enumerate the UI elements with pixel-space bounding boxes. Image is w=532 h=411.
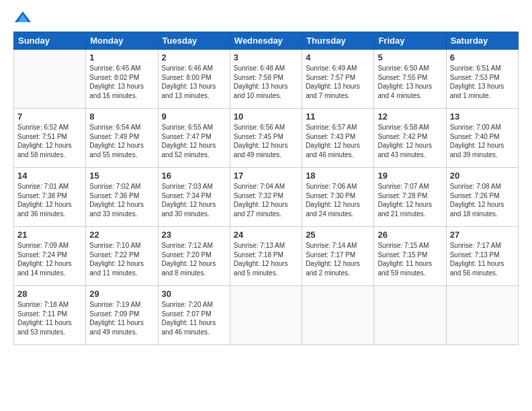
calendar-cell: 20Sunrise: 7:08 AMSunset: 7:26 PMDayligh… [446,168,518,227]
cell-info: Sunrise: 6:56 AMSunset: 7:45 PMDaylight:… [234,123,298,159]
cell-info: Sunrise: 6:58 AMSunset: 7:42 PMDaylight:… [378,123,442,159]
calendar-week-3: 21Sunrise: 7:09 AMSunset: 7:24 PMDayligh… [14,227,519,286]
cell-info: Sunrise: 7:19 AMSunset: 7:09 PMDaylight:… [89,300,154,336]
calendar-cell [230,286,302,345]
calendar-cell: 16Sunrise: 7:03 AMSunset: 7:34 PMDayligh… [158,168,230,227]
cell-date-number: 9 [162,111,226,122]
cell-date-number: 11 [306,111,370,122]
cell-info: Sunrise: 7:18 AMSunset: 7:11 PMDaylight:… [17,300,82,336]
calendar-cell [14,50,86,109]
cell-date-number: 2 [162,52,226,62]
cell-info: Sunrise: 7:01 AMSunset: 7:38 PMDaylight:… [17,182,82,218]
logo-icon [13,10,32,25]
calendar-cell [302,286,374,345]
cell-date-number: 15 [89,171,154,181]
cell-date-number: 23 [162,230,226,240]
cell-date-number: 19 [378,171,442,181]
calendar-cell: 19Sunrise: 7:07 AMSunset: 7:28 PMDayligh… [374,168,446,227]
cell-info: Sunrise: 7:02 AMSunset: 7:36 PMDaylight:… [89,182,154,218]
calendar-cell: 9Sunrise: 6:55 AMSunset: 7:47 PMDaylight… [158,109,230,168]
calendar-cell: 17Sunrise: 7:04 AMSunset: 7:32 PMDayligh… [230,168,302,227]
cell-info: Sunrise: 6:49 AMSunset: 7:57 PMDaylight:… [306,64,370,100]
cell-date-number: 12 [378,111,442,122]
cell-date-number: 16 [162,171,226,181]
cell-date-number: 25 [306,230,370,240]
page-header [13,10,519,25]
calendar-cell: 14Sunrise: 7:01 AMSunset: 7:38 PMDayligh… [14,168,86,227]
cell-date-number: 26 [378,230,442,240]
calendar-week-4: 28Sunrise: 7:18 AMSunset: 7:11 PMDayligh… [14,286,519,345]
cell-date-number: 24 [234,230,298,240]
cell-info: Sunrise: 7:00 AMSunset: 7:40 PMDaylight:… [450,123,515,159]
cell-date-number: 10 [234,111,298,122]
cell-date-number: 22 [89,230,154,240]
calendar-cell: 15Sunrise: 7:02 AMSunset: 7:36 PMDayligh… [86,168,158,227]
cell-info: Sunrise: 7:20 AMSunset: 7:07 PMDaylight:… [162,300,226,336]
day-header-tuesday: Tuesday [158,32,230,50]
cell-date-number: 27 [450,230,515,240]
cell-date-number: 21 [17,230,82,240]
calendar-cell: 6Sunrise: 6:51 AMSunset: 7:53 PMDaylight… [446,50,518,109]
calendar-cell: 30Sunrise: 7:20 AMSunset: 7:07 PMDayligh… [158,286,230,345]
calendar-cell [446,286,518,345]
cell-date-number: 30 [162,289,226,299]
calendar-cell: 28Sunrise: 7:18 AMSunset: 7:11 PMDayligh… [14,286,86,345]
calendar-cell: 18Sunrise: 7:06 AMSunset: 7:30 PMDayligh… [302,168,374,227]
calendar-cell: 4Sunrise: 6:49 AMSunset: 7:57 PMDaylight… [302,50,374,109]
cell-info: Sunrise: 7:12 AMSunset: 7:20 PMDaylight:… [162,241,226,277]
cell-date-number: 4 [306,52,370,62]
cell-info: Sunrise: 7:04 AMSunset: 7:32 PMDaylight:… [234,182,298,218]
day-header-thursday: Thursday [302,32,374,50]
calendar-cell [374,286,446,345]
cell-date-number: 5 [378,52,442,62]
calendar-cell: 1Sunrise: 6:45 AMSunset: 8:02 PMDaylight… [86,50,158,109]
calendar-cell: 13Sunrise: 7:00 AMSunset: 7:40 PMDayligh… [446,109,518,168]
calendar-week-2: 14Sunrise: 7:01 AMSunset: 7:38 PMDayligh… [14,168,519,227]
cell-info: Sunrise: 7:08 AMSunset: 7:26 PMDaylight:… [450,182,515,218]
cell-info: Sunrise: 7:09 AMSunset: 7:24 PMDaylight:… [17,241,82,277]
cell-info: Sunrise: 7:06 AMSunset: 7:30 PMDaylight:… [306,182,370,218]
cell-date-number: 14 [17,171,82,181]
cell-info: Sunrise: 7:17 AMSunset: 7:13 PMDaylight:… [450,241,515,277]
calendar-cell: 29Sunrise: 7:19 AMSunset: 7:09 PMDayligh… [86,286,158,345]
calendar-cell: 21Sunrise: 7:09 AMSunset: 7:24 PMDayligh… [14,227,86,286]
cell-date-number: 7 [17,111,82,122]
day-header-sunday: Sunday [14,32,86,50]
cell-date-number: 20 [450,171,515,181]
cell-info: Sunrise: 6:51 AMSunset: 7:53 PMDaylight:… [450,64,515,100]
calendar-cell: 5Sunrise: 6:50 AMSunset: 7:55 PMDaylight… [374,50,446,109]
cell-date-number: 17 [234,171,298,181]
cell-info: Sunrise: 6:54 AMSunset: 7:49 PMDaylight:… [89,123,154,159]
cell-info: Sunrise: 7:13 AMSunset: 7:18 PMDaylight:… [234,241,298,277]
day-header-saturday: Saturday [446,32,518,50]
calendar-cell: 22Sunrise: 7:10 AMSunset: 7:22 PMDayligh… [86,227,158,286]
cell-date-number: 18 [306,171,370,181]
calendar-table: SundayMondayTuesdayWednesdayThursdayFrid… [13,32,519,345]
page-container: SundayMondayTuesdayWednesdayThursdayFrid… [0,0,532,352]
cell-date-number: 8 [89,111,154,122]
calendar-cell: 2Sunrise: 6:46 AMSunset: 8:00 PMDaylight… [158,50,230,109]
calendar-cell: 7Sunrise: 6:52 AMSunset: 7:51 PMDaylight… [14,109,86,168]
calendar-cell: 25Sunrise: 7:14 AMSunset: 7:17 PMDayligh… [302,227,374,286]
calendar-week-0: 1Sunrise: 6:45 AMSunset: 8:02 PMDaylight… [14,50,519,109]
calendar-cell: 8Sunrise: 6:54 AMSunset: 7:49 PMDaylight… [86,109,158,168]
calendar-cell: 23Sunrise: 7:12 AMSunset: 7:20 PMDayligh… [158,227,230,286]
cell-info: Sunrise: 6:50 AMSunset: 7:55 PMDaylight:… [378,64,442,100]
cell-date-number: 1 [89,52,154,62]
calendar-cell: 24Sunrise: 7:13 AMSunset: 7:18 PMDayligh… [230,227,302,286]
cell-date-number: 28 [17,289,82,299]
logo [13,10,36,25]
calendar-week-1: 7Sunrise: 6:52 AMSunset: 7:51 PMDaylight… [14,109,519,168]
cell-info: Sunrise: 6:55 AMSunset: 7:47 PMDaylight:… [162,123,226,159]
cell-info: Sunrise: 7:10 AMSunset: 7:22 PMDaylight:… [89,241,154,277]
cell-info: Sunrise: 6:52 AMSunset: 7:51 PMDaylight:… [17,123,82,159]
cell-info: Sunrise: 6:57 AMSunset: 7:43 PMDaylight:… [306,123,370,159]
day-header-wednesday: Wednesday [230,32,302,50]
calendar-cell: 12Sunrise: 6:58 AMSunset: 7:42 PMDayligh… [374,109,446,168]
cell-info: Sunrise: 6:46 AMSunset: 8:00 PMDaylight:… [162,64,226,100]
cell-info: Sunrise: 7:07 AMSunset: 7:28 PMDaylight:… [378,182,442,218]
day-header-friday: Friday [374,32,446,50]
cell-info: Sunrise: 7:14 AMSunset: 7:17 PMDaylight:… [306,241,370,277]
calendar-cell: 11Sunrise: 6:57 AMSunset: 7:43 PMDayligh… [302,109,374,168]
day-header-monday: Monday [86,32,158,50]
